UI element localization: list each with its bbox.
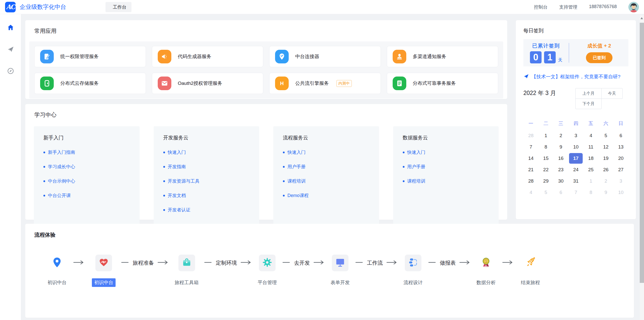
flowchart-icon <box>408 257 418 268</box>
app-card[interactable]: 代码生成器服务 <box>152 46 263 67</box>
calendar-day[interactable]: 9 <box>553 141 568 153</box>
app-card[interactable]: Oauth2授权管理服务 <box>152 73 263 94</box>
calendar-day[interactable]: 13 <box>613 141 628 153</box>
learning-link[interactable]: 开发文档 <box>163 192 250 199</box>
learning-link[interactable]: 开发资源与工具 <box>163 178 250 184</box>
learning-link[interactable]: 开发者认证 <box>163 207 250 213</box>
app-card[interactable]: H公共流引擎服务内测中 <box>269 73 381 94</box>
learning-link[interactable]: 中台示例中心 <box>43 178 130 184</box>
journey-step[interactable]: 平台管理 <box>258 254 277 286</box>
learning-link[interactable]: 快速入门 <box>163 149 250 155</box>
calendar-day[interactable]: 29 <box>538 175 553 187</box>
today-button[interactable]: 今天 <box>601 88 623 99</box>
calendar-day[interactable]: 5 <box>538 187 553 198</box>
calendar-day[interactable]: 21 <box>523 164 538 175</box>
calendar-day[interactable]: 28 <box>523 175 538 187</box>
calendar-day[interactable]: 11 <box>583 141 598 153</box>
learning-link[interactable]: Demo课程 <box>283 192 369 199</box>
calendar-day[interactable]: 19 <box>598 153 613 164</box>
learning-link[interactable]: 课程培训 <box>283 178 369 184</box>
journey-step[interactable]: 结束旅程 <box>521 254 540 286</box>
topbar-menu-item[interactable]: 18878765768 <box>589 4 617 10</box>
journey-step-icon-area <box>525 254 536 272</box>
journey-step[interactable]: 旅程工具箱 <box>175 254 199 286</box>
signed-in-button[interactable]: 已签到 <box>586 52 612 63</box>
article-link-row[interactable]: 【技术一文】框架组件，究竟要不要自研? <box>523 73 628 80</box>
topbar-menu-item[interactable]: 控制台 <box>534 4 548 10</box>
nav-compass-icon[interactable] <box>6 67 15 75</box>
app-card[interactable]: 中台连接器 <box>269 46 381 67</box>
calendar-day[interactable]: 1 <box>538 130 553 141</box>
app-card[interactable]: 分布式可靠事务服务 <box>387 73 498 94</box>
calendar-day[interactable]: 2 <box>598 175 613 187</box>
calendar-day[interactable]: 9 <box>598 187 613 198</box>
nav-paper-plane-icon[interactable] <box>6 45 15 54</box>
calendar-day[interactable]: 28 <box>523 130 538 141</box>
journey-step[interactable]: 流程设计 <box>404 254 423 286</box>
scrollbar-up-arrow[interactable] <box>640 17 643 19</box>
calendar-day[interactable]: 8 <box>583 187 598 198</box>
learning-link[interactable]: 快速入门 <box>283 149 369 155</box>
learning-link[interactable]: 学习成长中心 <box>43 164 130 170</box>
journey-step[interactable]: 初识中台 <box>47 254 67 286</box>
calendar-day[interactable]: 22 <box>538 164 553 175</box>
briefcase-icon <box>182 257 192 268</box>
nav-home-icon[interactable] <box>6 23 15 32</box>
scrollbar-thumb[interactable] <box>640 23 644 283</box>
calendar-day[interactable]: 1 <box>583 175 598 187</box>
calendar-day[interactable]: 8 <box>538 141 553 153</box>
journey-step[interactable]: 表单开发 <box>331 254 350 286</box>
topbar-menu-item[interactable]: 支持管理 <box>559 4 577 10</box>
app-card[interactable]: 统一权限管理服务 <box>34 46 146 67</box>
calendar-day[interactable]: 18 <box>583 153 598 164</box>
calendar-day[interactable]: 26 <box>598 164 613 175</box>
calendar-day-selected[interactable]: 17 <box>568 153 583 164</box>
calendar-day[interactable]: 12 <box>598 141 613 153</box>
learning-link[interactable]: 中台公开课 <box>43 192 130 199</box>
scrollbar-track[interactable] <box>640 15 644 320</box>
app-card[interactable]: 多渠道通知服务 <box>387 46 498 67</box>
calendar-day[interactable]: 10 <box>568 141 583 153</box>
user-avatar[interactable] <box>628 2 639 12</box>
calendar-day[interactable]: 23 <box>553 164 568 175</box>
calendar-day[interactable]: 20 <box>613 153 628 164</box>
tab-workbench[interactable]: 工作台 <box>105 2 131 12</box>
calendar-day[interactable]: 4 <box>583 130 598 141</box>
journey-step[interactable]: 初识中台 <box>92 254 116 287</box>
calendar-day[interactable]: 3 <box>568 130 583 141</box>
brand-logo[interactable]: AC <box>5 2 16 12</box>
app-card[interactable]: 分布式云存储服务 <box>34 73 146 94</box>
learning-link[interactable]: 用户手册 <box>283 164 369 170</box>
learning-link[interactable]: 用户手册 <box>403 164 489 170</box>
calendar-day[interactable]: 15 <box>538 153 553 164</box>
journey-step[interactable]: 1数据分析 <box>476 254 496 286</box>
learning-link-label: 用户手册 <box>287 164 306 170</box>
calendar-day[interactable]: 2 <box>553 130 568 141</box>
learning-column: 开发服务云快速入门开发指南开发资源与工具开发文档开发者认证 <box>154 126 259 225</box>
calendar-day[interactable]: 27 <box>613 164 628 175</box>
calendar-day[interactable]: 4 <box>523 187 538 198</box>
calendar-day[interactable]: 10 <box>613 187 628 198</box>
learning-column: 数据服务云快速入门用户手册课程培训 <box>393 126 499 225</box>
calendar-day[interactable]: 24 <box>568 164 583 175</box>
calendar-day[interactable]: 7 <box>523 141 538 153</box>
learning-link[interactable]: 新手入门指南 <box>43 149 130 155</box>
next-month-button[interactable]: 下个月 <box>575 99 602 109</box>
calendar-day[interactable]: 6 <box>553 187 568 198</box>
journey-step-icon-area <box>51 254 63 272</box>
calendar-day[interactable]: 14 <box>523 153 538 164</box>
article-link[interactable]: 【技术一文】框架组件，究竟要不要自研? <box>531 73 621 80</box>
calendar-day[interactable]: 31 <box>568 175 583 187</box>
prev-month-button[interactable]: 上个月 <box>575 88 602 99</box>
calendar-day[interactable]: 16 <box>553 153 568 164</box>
logo-text: AC <box>6 3 14 11</box>
calendar-day[interactable]: 25 <box>583 164 598 175</box>
learning-link[interactable]: 快速入门 <box>403 149 489 155</box>
calendar-day[interactable]: 7 <box>568 187 583 198</box>
learning-link[interactable]: 课程培训 <box>403 178 489 184</box>
calendar-day[interactable]: 5 <box>598 130 613 141</box>
calendar-day[interactable]: 6 <box>613 130 628 141</box>
calendar-day[interactable]: 30 <box>553 175 568 187</box>
calendar-day[interactable]: 3 <box>613 175 628 187</box>
learning-link[interactable]: 开发指南 <box>163 164 250 170</box>
